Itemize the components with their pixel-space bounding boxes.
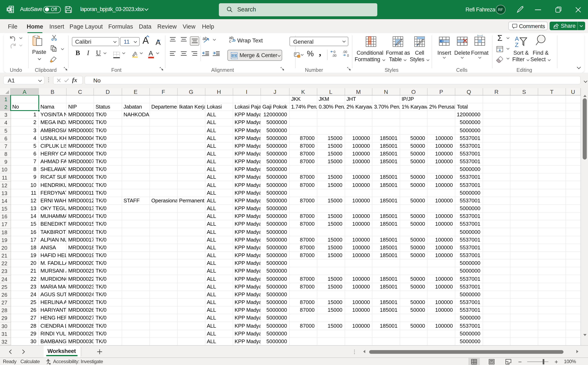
svg-text:.00: .00 xyxy=(343,50,347,54)
svg-text:.00: .00 xyxy=(332,54,337,57)
svg-text:Z: Z xyxy=(515,42,519,47)
svg-text:A: A xyxy=(515,35,519,42)
svg-text:c: c xyxy=(229,39,231,43)
svg-text:0: 0 xyxy=(334,50,336,54)
